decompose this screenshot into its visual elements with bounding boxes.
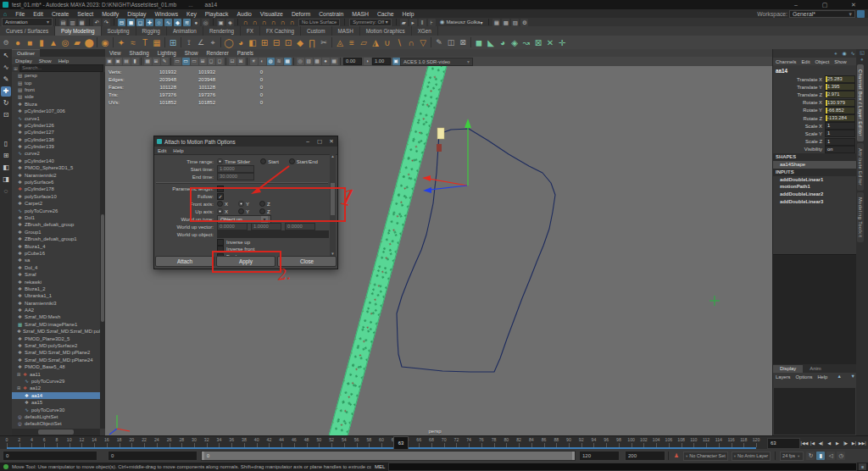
script-editor-icon[interactable]: ≡ [859,463,866,470]
pause-icon[interactable]: ‖ [419,19,426,26]
outliner-item-szraf-md-mesh[interactable]: ❖Szraf_MD:Mesh [12,313,100,320]
locator-icon[interactable]: ⌖ [208,37,219,48]
up-axis-z[interactable]: Z [259,208,270,214]
outliner-menu-help[interactable]: Help [55,58,72,64]
sculpt-vertex-icon[interactable]: ◣ [486,37,497,48]
outliner-item-polytocurve29[interactable]: ∿polyToCurve29 [12,378,100,385]
color-management-icon[interactable]: ▣ [392,58,400,65]
menu-modify[interactable]: Modify [97,11,123,17]
super-shape-icon[interactable]: ◉ [100,37,111,48]
outliner-item-defaultlightset[interactable]: ◎defaultLightSet [12,413,100,420]
shelf-tab-fx-caching[interactable]: FX Caching [260,26,301,36]
wireframe-on-shaded-icon[interactable]: ▩ [314,58,321,65]
dock-icon[interactable]: ◱ [860,49,865,56]
step-forward-key-icon[interactable]: |▶ [842,438,850,448]
gamma-icon[interactable]: ◑ [364,58,371,65]
rotate-tool-icon[interactable]: ↻ [1,98,11,108]
snap-grid-icon[interactable]: ∩ [242,19,249,26]
anim-preferences-icon[interactable]: ◷ [837,452,845,460]
play-backwards-icon[interactable]: ◀ [825,438,833,448]
extrude-icon[interactable]: ⊡ [283,37,294,48]
shelf-tab-rendering[interactable]: Rendering [203,26,241,36]
smooth-vertex-icon[interactable]: ◕ [498,37,509,48]
outliner-item-zbrush-defualt-group[interactable]: ❖ZBrush_defualt_group [12,221,100,228]
outliner-item-szraf-md-imageplane1[interactable]: ▦Szraf_MD:imagePlane1 [12,321,100,328]
loop-icon[interactable]: ↻ [806,452,815,460]
anim-layer-dropdown[interactable]: ▾No Anim Layer [732,452,771,461]
outliner-item-szraf-md-szraf-md-pplane24[interactable]: ❖Szraf_MD:Szraf_MD:pPlane24 [12,357,100,363]
viewport-menu-shading[interactable]: Shading [125,50,153,56]
input-node-motionpath1[interactable]: motionPath1 [773,183,857,191]
outliner-item-aa14[interactable]: ❖aa14 [12,392,100,399]
svg-tool-icon[interactable]: ▦ [152,37,163,48]
outliner-item-szraf-md-szraf-md-pplane2[interactable]: ❖Szraf_MD:Szraf_MD:pPlane2 [12,349,100,356]
shelf-tab-poly-modeling[interactable]: Poly Modeling [55,26,102,36]
close-button[interactable]: ✕ [839,0,868,9]
outliner-item-aa11[interactable]: ⊞❖aa11 [12,370,100,377]
lock-selection-icon[interactable]: ▣ [217,19,225,26]
move-tool-icon[interactable]: ✚ [1,86,11,97]
shelf-tab-animation[interactable]: Animation [167,26,203,36]
outliner-item-curve2[interactable]: ∿curve2 [12,150,100,157]
poly-torus-icon[interactable]: ◎ [60,37,71,48]
outliner-item-pcube16[interactable]: ❖pCube16 [12,250,100,257]
shelf-tab-fx[interactable]: FX [241,26,260,36]
maximize-button[interactable]: ▢ [810,0,839,9]
poly-cylinder-icon[interactable]: ▮ [36,37,47,48]
poly-count-icon[interactable]: ⊞ [168,37,179,48]
outliner-item-sa[interactable]: ❖sa [12,257,100,263]
open-render-view-icon[interactable]: ▦ [492,19,500,26]
center-pivot-icon[interactable]: ✛ [557,37,568,48]
outliner-item-bluza[interactable]: ❖Bluza [12,101,100,108]
viewport-menu-lighting[interactable]: Lighting [153,50,181,56]
render-frame-icon[interactable]: ▩ [502,19,509,26]
gamma-field[interactable]: 1.00 [372,58,391,65]
mask-rendering-icon[interactable]: ◎ [202,19,209,26]
playback-start-field[interactable]: 0 [108,451,198,461]
select-hierarchy-icon[interactable]: ⊟ [118,19,125,26]
outliner-item-naramienniki2[interactable]: ❖Naramienniki2 [12,171,100,178]
shelf-tab-custom[interactable]: Custom [301,26,332,36]
channel-value-field[interactable]: -66.852 [825,107,855,114]
up-axis-x[interactable]: X [217,208,228,214]
channel-value-field[interactable]: 1.395 [825,83,855,91]
outliner-item-curve1[interactable]: ∿curve1 [12,114,100,121]
channel-box-menu-object[interactable]: Object [813,59,832,64]
input-node-adddoublelinear3[interactable]: addDoubleLinear3 [773,198,857,206]
default-material-icon[interactable]: ● [322,58,330,65]
parametric-length-checkbox[interactable] [217,186,224,192]
safe-action-icon[interactable]: ◻ [208,58,215,65]
pin-panel-icon[interactable]: ⌖ [860,56,863,63]
outliner-item-szraf-md-szraf-md-szraf-md-polysur[interactable]: ❖Szraf_MD:Szraf_MD:Szraf_MD:polySur [12,328,100,335]
channel-value-field[interactable]: 130.979 [825,99,855,107]
target-weld-icon[interactable]: ◬ [335,37,346,48]
shelf-tab-rigging[interactable]: Rigging [136,26,167,36]
front-axis-y[interactable]: Y [238,201,249,207]
inverse-front-checkbox[interactable] [217,246,224,252]
outliner-search-input[interactable]: Search... [19,64,103,72]
poly-cone-icon[interactable]: ▲ [48,37,59,48]
channel-value-field[interactable]: 2.971 [825,91,855,98]
channel-value-field[interactable]: on [825,146,855,153]
graph-icon[interactable]: ∿ [849,50,856,57]
focus-icon[interactable]: ◉ [841,50,848,57]
symmetry-dropdown[interactable]: Symmetry: Off ▾ [349,19,391,26]
outliner-item-polysurface6[interactable]: ❖polySurface6 [12,179,100,186]
viewport-menu-view[interactable]: View [105,50,125,56]
grab-vertex-icon[interactable]: ◈ [509,37,520,48]
multisample-icon[interactable]: ▦ [284,58,292,65]
xray-icon[interactable]: ▨ [305,58,313,65]
outliner-item-szraf[interactable]: ❖Szraf [12,271,100,278]
sidebar-tab-channel-box-layer-editor[interactable]: Channel Box / Layer Editor [857,64,864,141]
2d-pan-zoom-icon[interactable]: ⊞ [153,58,160,65]
combine-icon[interactable]: ⊞ [259,37,270,48]
lock-camera-icon[interactable]: ▣ [114,58,122,65]
layer-tab-display[interactable]: Display [773,365,803,373]
smooth-mesh-icon[interactable]: ◕ [236,37,247,48]
outliner-item-side[interactable]: ▤side [12,93,100,100]
type-tool-icon[interactable]: T [140,37,151,48]
relax-vertex-icon[interactable]: ↝ [521,37,532,48]
menu-cache[interactable]: Cache [373,11,398,17]
menu-edit[interactable]: Edit [29,11,47,17]
field-chart-icon[interactable]: ⊞ [199,58,207,65]
